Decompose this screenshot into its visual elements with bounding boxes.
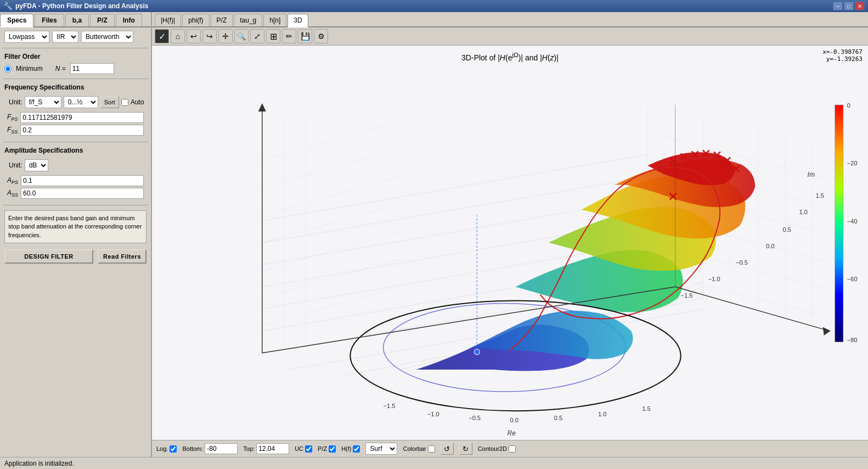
freq-specs-title: Frequency Specifications	[4, 83, 146, 91]
aps-input[interactable]	[21, 175, 144, 186]
amp-specs-title: Amplitude Specifications	[4, 147, 146, 154]
colorbar-item: Colorbar	[403, 445, 435, 453]
plot-svg: 0 −20 −40 −60 −80 −1.5 −1.0 −0.5 0.0 0.5…	[152, 46, 868, 440]
tab-3d[interactable]: 3D	[288, 14, 308, 27]
filter-order-section: Filter Order Minimum N =	[0, 50, 151, 77]
home-button[interactable]: ⌂	[171, 29, 185, 43]
plot-title: 3D-Plot of |H(ejΩ)| and |H(z)|	[461, 51, 559, 62]
read-filters-button[interactable]: Read Filters	[98, 249, 146, 264]
im-label-n05: −0.5	[736, 259, 748, 266]
right-panel: |H(f)| phi(f) P/Z tau_g h[n] 3D ✓ ⌂ ↩ ↪ …	[152, 12, 868, 457]
tab-hn[interactable]: h[n]	[263, 14, 286, 26]
y-label-80: −80	[847, 337, 858, 343]
divider-2	[3, 79, 148, 79]
filter-type-select[interactable]: Lowpass Highpass Bandpass Bandstop	[4, 31, 49, 43]
tab-files[interactable]: Files	[35, 14, 64, 26]
tab-info[interactable]: Info	[116, 14, 142, 26]
zoom-fit-button[interactable]: ⤢	[250, 29, 264, 43]
rotate-right-button[interactable]: ↻	[459, 443, 472, 455]
tab-hf[interactable]: |H(f)|	[155, 14, 181, 26]
x-coord: x=-0.398767	[822, 48, 863, 55]
re-label-n10: −1.0	[427, 411, 439, 417]
filter-order-title: Filter Order	[4, 53, 146, 60]
colorbar-label: Colorbar	[403, 445, 426, 452]
filter-design-select[interactable]: Butterworth Chebyshev1 Chebyshev2 Ellipt…	[81, 31, 133, 43]
save-plot-button[interactable]: 💾	[298, 29, 312, 43]
statusbar: Application is initialized.	[0, 457, 868, 469]
pen-button[interactable]: ✏	[282, 29, 296, 43]
app-icon: 🔧	[3, 2, 13, 10]
pz-checkbox[interactable]	[329, 445, 336, 453]
toolbar-row: ✓ ⌂ ↩ ↪ ✛ 🔍 ⤢ ⊞ ✏ 💾 ⚙	[152, 27, 868, 46]
re-label-n15: −1.5	[384, 403, 396, 409]
back-button[interactable]: ↩	[187, 29, 201, 43]
top-input[interactable]	[256, 443, 289, 454]
fps-input[interactable]	[20, 112, 144, 123]
auto-label: Auto	[131, 98, 144, 106]
bottom-item: Bottom:	[182, 443, 238, 454]
tab-ba[interactable]: b,a	[65, 14, 89, 26]
hf-label: H(f)	[341, 445, 351, 452]
amp-unit-select[interactable]: dB V W	[25, 159, 48, 171]
n-input[interactable]	[70, 63, 114, 74]
freq-unit-label: Unit:	[9, 98, 22, 106]
hf-checkbox[interactable]	[353, 445, 360, 453]
bottom-input[interactable]	[205, 443, 238, 454]
amp-unit-label: Unit:	[9, 161, 22, 169]
sort-button[interactable]: Sort	[100, 96, 119, 108]
fss-label: FSS	[7, 126, 18, 135]
check-button[interactable]: ✓	[155, 29, 169, 43]
right-tab-row: |H(f)| phi(f) P/Z tau_g h[n] 3D	[152, 12, 868, 27]
grid-button[interactable]: ⊞	[266, 29, 280, 43]
re-label-0: 0.0	[510, 417, 518, 423]
left-panel: Specs Files b,a P/Z Info Lowpass Highpas…	[0, 12, 152, 457]
fss-input[interactable]	[20, 125, 144, 136]
top-item: Top:	[243, 443, 289, 454]
re-axis-label: Re	[507, 429, 516, 437]
left-tab-row: Specs Files b,a P/Z Info	[0, 12, 151, 27]
uc-checkbox[interactable]	[305, 445, 312, 453]
amp-spec-grid: APS ASS	[4, 174, 146, 200]
pan-button[interactable]: ✛	[218, 29, 233, 43]
settings-plot-button[interactable]: ⚙	[314, 29, 328, 43]
minimum-order-label: Minimum	[16, 65, 43, 72]
rotate-left-button[interactable]: ↺	[441, 443, 454, 455]
colorbar-checkbox[interactable]	[428, 445, 435, 453]
action-row: DESIGN FILTER Read Filters	[0, 247, 151, 266]
tab-taug[interactable]: tau_g	[234, 14, 262, 26]
freq-controls-row: Unit: f/f_S f/f_Nyq Hz kHz 0...½ -½...½ …	[4, 94, 146, 110]
zoom-button[interactable]: 🔍	[234, 29, 249, 43]
ass-input[interactable]	[21, 188, 144, 199]
freq-range-select[interactable]: 0...½ -½...½ 0...1	[64, 96, 98, 108]
design-filter-button[interactable]: DESIGN FILTER	[4, 249, 93, 264]
filter-type-row: Lowpass Highpass Bandpass Bandstop IIR F…	[0, 27, 151, 46]
re-label-10: 1.0	[598, 411, 606, 417]
log-checkbox[interactable]	[170, 445, 177, 453]
coords-display: x=-0.398767 y=-1.39263	[822, 48, 863, 63]
tab-pz[interactable]: P/Z	[211, 14, 233, 26]
minimize-button[interactable]: ─	[833, 2, 843, 10]
y-label-0: 0	[847, 102, 850, 109]
uc-label: UC	[295, 445, 303, 452]
close-button[interactable]: ✕	[855, 2, 865, 10]
forward-button[interactable]: ↪	[202, 29, 217, 43]
hf-item: H(f)	[341, 445, 360, 453]
style-select[interactable]: Surf Wire Mesh	[365, 443, 397, 455]
filter-tech-select[interactable]: IIR FIR	[52, 31, 78, 43]
auto-checkbox[interactable]	[121, 99, 128, 106]
maximize-button[interactable]: □	[844, 2, 854, 10]
bottom-label: Bottom:	[182, 445, 203, 452]
contour2d-checkbox[interactable]	[509, 445, 516, 453]
svg-rect-57	[835, 105, 843, 342]
y-label-20: −20	[847, 160, 858, 166]
tab-specs[interactable]: Specs	[0, 14, 33, 27]
minimum-order-radio[interactable]	[4, 65, 12, 72]
tab-pz[interactable]: P/Z	[90, 14, 115, 26]
tab-phif[interactable]: phi(f)	[182, 14, 209, 26]
re-label-05: 0.5	[554, 415, 562, 421]
top-label: Top:	[243, 445, 255, 452]
aps-label: APS	[7, 176, 18, 185]
im-label-05: 0.5	[782, 226, 791, 233]
freq-unit-select[interactable]: f/f_S f/f_Nyq Hz kHz	[25, 96, 61, 108]
uc-item: UC	[295, 445, 312, 453]
